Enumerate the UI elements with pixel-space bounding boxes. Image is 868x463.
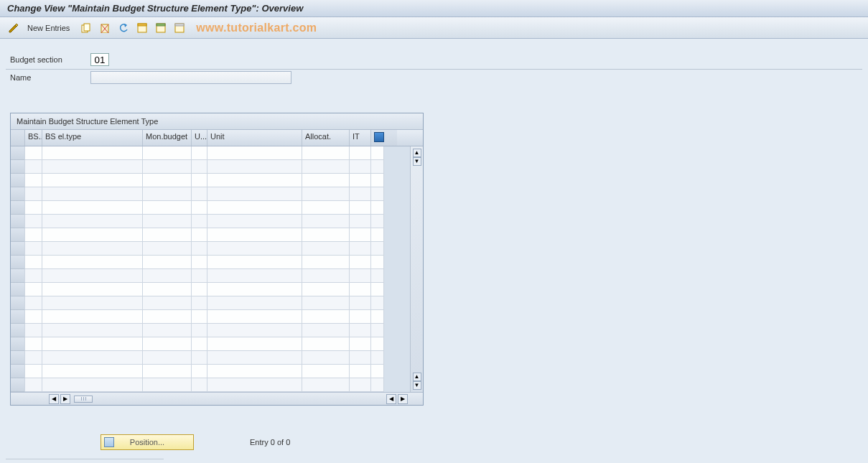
toggle-display-change-icon[interactable] xyxy=(7,22,20,34)
table-cell[interactable] xyxy=(302,296,350,310)
horizontal-scrollbar[interactable]: ◀ ▶ ◀ ▶ xyxy=(11,392,423,405)
table-cell[interactable] xyxy=(207,242,302,256)
column-mon-budget[interactable]: Mon.budget xyxy=(143,130,192,146)
table-cell[interactable] xyxy=(207,228,302,242)
table-cell[interactable] xyxy=(207,337,302,351)
table-cell[interactable] xyxy=(302,310,350,324)
table-cell[interactable] xyxy=(192,187,207,201)
table-cell[interactable] xyxy=(11,296,25,310)
table-cell[interactable] xyxy=(350,160,371,174)
table-cell[interactable] xyxy=(192,337,207,351)
table-cell[interactable] xyxy=(302,146,350,160)
column-configure-icon[interactable] xyxy=(371,130,384,146)
vertical-scrollbar[interactable]: ▲ ▼ ▲ ▼ xyxy=(410,146,423,392)
table-cell[interactable] xyxy=(207,174,302,187)
table-cell[interactable] xyxy=(350,337,371,351)
table-cell[interactable] xyxy=(302,242,350,256)
undo-change-icon[interactable] xyxy=(117,22,130,34)
table-cell[interactable] xyxy=(302,187,350,201)
table-cell[interactable] xyxy=(192,256,207,269)
column-it[interactable]: IT xyxy=(350,130,371,146)
table-cell[interactable] xyxy=(350,378,371,392)
table-cell[interactable] xyxy=(143,310,192,324)
table-cell[interactable] xyxy=(143,283,192,296)
table-cell[interactable] xyxy=(11,201,25,215)
table-cell[interactable] xyxy=(42,269,143,283)
table-row[interactable] xyxy=(11,174,410,187)
table-cell[interactable] xyxy=(25,269,42,283)
table-row[interactable] xyxy=(11,187,410,201)
table-cell[interactable] xyxy=(143,324,192,337)
table-cell[interactable] xyxy=(143,256,192,269)
table-cell[interactable] xyxy=(42,174,143,187)
column-u[interactable]: U... xyxy=(192,130,207,146)
table-cell[interactable] xyxy=(192,365,207,378)
table-cell[interactable] xyxy=(302,337,350,351)
table-cell[interactable] xyxy=(207,351,302,365)
table-cell[interactable] xyxy=(350,296,371,310)
table-cell[interactable] xyxy=(192,242,207,256)
table-cell[interactable] xyxy=(192,310,207,324)
table-cell[interactable] xyxy=(143,365,192,378)
table-cell[interactable] xyxy=(350,351,371,365)
table-cell[interactable] xyxy=(42,201,143,215)
table-settings-icon[interactable] xyxy=(374,132,384,142)
table-cell[interactable] xyxy=(25,351,42,365)
table-cell[interactable] xyxy=(350,310,371,324)
table-row[interactable] xyxy=(11,283,410,296)
table-cell[interactable] xyxy=(302,215,350,228)
table-cell[interactable] xyxy=(302,283,350,296)
table-cell[interactable] xyxy=(192,324,207,337)
table-row[interactable] xyxy=(11,310,410,324)
table-cell[interactable] xyxy=(25,296,42,310)
column-bs-el-type[interactable]: BS el.type xyxy=(42,130,143,146)
table-cell[interactable] xyxy=(143,215,192,228)
table-cell[interactable] xyxy=(143,242,192,256)
table-cell[interactable] xyxy=(350,228,371,242)
table-cell[interactable] xyxy=(302,324,350,337)
table-cell[interactable] xyxy=(42,378,143,392)
table-cell[interactable] xyxy=(143,296,192,310)
table-cell[interactable] xyxy=(143,269,192,283)
table-cell[interactable] xyxy=(371,310,384,324)
table-cell[interactable] xyxy=(350,256,371,269)
table-cell[interactable] xyxy=(11,378,25,392)
table-cell[interactable] xyxy=(350,187,371,201)
position-button[interactable]: Position... xyxy=(101,434,194,450)
table-cell[interactable] xyxy=(143,160,192,174)
table-cell[interactable] xyxy=(42,324,143,337)
table-cell[interactable] xyxy=(143,228,192,242)
table-cell[interactable] xyxy=(42,256,143,269)
table-cell[interactable] xyxy=(42,187,143,201)
table-cell[interactable] xyxy=(42,337,143,351)
table-cell[interactable] xyxy=(25,378,42,392)
table-cell[interactable] xyxy=(192,351,207,365)
table-cell[interactable] xyxy=(25,256,42,269)
table-cell[interactable] xyxy=(25,324,42,337)
table-cell[interactable] xyxy=(25,310,42,324)
column-bs[interactable]: BS... xyxy=(25,130,42,146)
table-cell[interactable] xyxy=(11,256,25,269)
scroll-up-icon[interactable]: ▲ xyxy=(413,149,421,157)
table-cell[interactable] xyxy=(192,215,207,228)
table-cell[interactable] xyxy=(25,337,42,351)
hscroll-right-end-icon[interactable]: ▶ xyxy=(398,394,408,404)
table-cell[interactable] xyxy=(11,242,25,256)
table-row[interactable] xyxy=(11,378,410,392)
table-cell[interactable] xyxy=(371,242,384,256)
scroll-down-icon[interactable]: ▼ xyxy=(413,381,421,390)
table-cell[interactable] xyxy=(350,201,371,215)
table-cell[interactable] xyxy=(207,296,302,310)
table-cell[interactable] xyxy=(207,160,302,174)
table-cell[interactable] xyxy=(302,174,350,187)
new-entries-button[interactable]: New Entries xyxy=(27,24,70,32)
table-cell[interactable] xyxy=(302,269,350,283)
table-cell[interactable] xyxy=(192,296,207,310)
table-cell[interactable] xyxy=(207,365,302,378)
table-cell[interactable] xyxy=(42,283,143,296)
table-cell[interactable] xyxy=(11,337,25,351)
table-cell[interactable] xyxy=(143,337,192,351)
table-cell[interactable] xyxy=(42,351,143,365)
table-row[interactable] xyxy=(11,160,410,174)
table-cell[interactable] xyxy=(350,174,371,187)
